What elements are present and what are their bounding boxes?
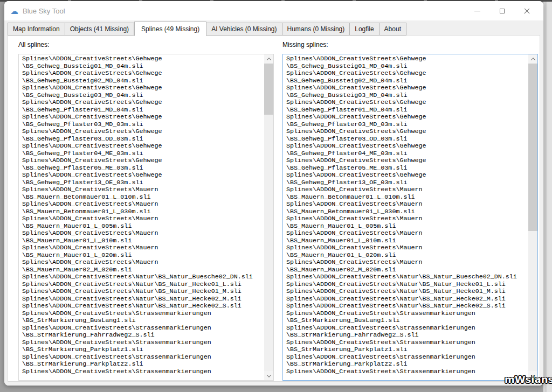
spline-list-item[interactable]: Splines\ADDON_CreativeStreets\Mauern xyxy=(286,259,528,267)
spline-list-item[interactable]: Splines\ADDON_CreativeStreets\Gehwege xyxy=(286,99,528,107)
spline-list-item[interactable]: \BS_Mauern_Betonmauer01_L_030m.sli xyxy=(286,208,528,216)
close-button[interactable] xyxy=(514,1,539,20)
spline-list-item[interactable]: Splines\ADDON_CreativeStreets\Strassenma… xyxy=(286,368,528,376)
spline-list-item[interactable]: Splines\ADDON_CreativeStreets\Gehwege xyxy=(22,114,264,121)
spline-list-item[interactable]: \BS_Gehweg_Bussteig02_MD_04m.sli xyxy=(286,78,528,85)
spline-list-item[interactable]: Splines\ADDON_CreativeStreets\Gehwege xyxy=(22,85,264,92)
spline-list-item[interactable]: Splines\ADDON_CreativeStreets\Mauern xyxy=(286,215,528,223)
spline-list-item[interactable]: Splines\ADDON_CreativeStreets\Gehwege xyxy=(22,157,264,165)
spline-list-item[interactable]: Splines\ADDON_CreativeStreets\Gehwege xyxy=(286,85,528,92)
spline-list-item[interactable]: Splines\ADDON_CreativeStreets\Strassenma… xyxy=(22,368,264,376)
scrollbar-thumb[interactable] xyxy=(264,64,273,115)
spline-list-item[interactable]: Splines\ADDON_CreativeStreets\Natur\BS_N… xyxy=(22,281,264,289)
spline-list-item[interactable]: Splines\ADDON_CreativeStreets\Gehwege xyxy=(286,172,528,179)
spline-list-item[interactable]: Splines\ADDON_CreativeStreets\Gehwege xyxy=(22,70,264,78)
spline-list-item[interactable]: Splines\ADDON_CreativeStreets\Natur\BS_N… xyxy=(286,288,528,296)
spline-list-item[interactable]: \BS_Mauern_Mauer01_L_020m.sli xyxy=(286,252,528,260)
spline-list-item[interactable]: \BS_StrMarkierung_FahrradWeg2_S.sli xyxy=(22,332,264,339)
spline-list-item[interactable]: Splines\ADDON_CreativeStreets\Mauern xyxy=(286,244,528,252)
spline-list-item[interactable]: Splines\ADDON_CreativeStreets\Gehwege xyxy=(22,172,264,179)
spline-list-item[interactable]: Splines\ADDON_CreativeStreets\Gehwege xyxy=(286,157,528,165)
tab-logfile[interactable]: Logfile xyxy=(350,23,379,36)
spline-list-item[interactable]: Splines\ADDON_CreativeStreets\Strassenma… xyxy=(286,354,528,361)
spline-list-item[interactable]: Splines\ADDON_CreativeStreets\Natur\BS_N… xyxy=(286,296,528,303)
spline-list-item[interactable]: \BS_Gehweg_Pflaster03_MD_03m.sli xyxy=(286,121,528,129)
spline-list-item[interactable]: Splines\ADDON_CreativeStreets\Natur\BS_N… xyxy=(286,274,528,281)
spline-list-item[interactable]: \BS_Gehweg_Pflaster03_MD_03m.sli xyxy=(22,121,264,129)
scroll-down-button[interactable] xyxy=(264,371,273,380)
spline-list-item[interactable]: \BS_Gehweg_Pflaster03_OD_03m.sli xyxy=(286,136,528,143)
spline-list-item[interactable]: Splines\ADDON_CreativeStreets\Mauern xyxy=(286,186,528,194)
spline-list-item[interactable]: Splines\ADDON_CreativeStreets\Mauern xyxy=(22,215,264,223)
spline-list-item[interactable]: \BS_Gehweg_Bussteig03_MD_04m.sli xyxy=(286,92,528,100)
spline-list-item[interactable]: Splines\ADDON_CreativeStreets\Gehwege xyxy=(286,55,528,63)
spline-list-item[interactable]: \BS_Gehweg_Pflaster04_ME_03m.sli xyxy=(22,150,264,158)
spline-list-item[interactable]: Splines\ADDON_CreativeStreets\Natur\BS_N… xyxy=(22,288,264,296)
tab-humans-0-missing[interactable]: Humans (0 Missing) xyxy=(282,23,350,36)
spline-list-item[interactable]: \BS_Gehweg_Pflaster01_MD_04m.sli xyxy=(286,107,528,114)
scroll-up-button[interactable] xyxy=(264,54,273,64)
spline-list-item[interactable]: \BS_Gehweg_Pflaster01_MD_04m.sli xyxy=(22,107,264,114)
spline-list-item[interactable]: Splines\ADDON_CreativeStreets\Gehwege xyxy=(286,143,528,150)
spline-list-item[interactable]: \BS_Mauern_Betonmauer01_L_010m.sli xyxy=(286,194,528,201)
missing-splines-listbox[interactable]: Splines\ADDON_CreativeStreets\Gehwege\BS… xyxy=(282,54,538,381)
spline-list-item[interactable]: \BS_Mauern_Mauer02_M_020m.sli xyxy=(22,267,264,274)
spline-list-item[interactable]: \BS_Gehweg_Bussteig02_MD_04m.sli xyxy=(22,78,264,85)
spline-list-item[interactable]: \BS_Mauern_Mauer02_M_020m.sli xyxy=(286,267,528,274)
spline-list-item[interactable]: Splines\ADDON_CreativeStreets\Gehwege xyxy=(286,70,528,78)
all-splines-scrollbar[interactable] xyxy=(264,54,273,380)
spline-list-item[interactable]: Splines\ADDON_CreativeStreets\Gehwege xyxy=(286,128,528,136)
spline-list-item[interactable]: Splines\ADDON_CreativeStreets\Gehwege xyxy=(22,128,264,136)
spline-list-item[interactable]: Splines\ADDON_CreativeStreets\Natur\BS_N… xyxy=(22,296,264,303)
spline-list-item[interactable]: \BS_StrMarkierung_FahrradWeg2_S.sli xyxy=(286,332,528,339)
all-splines-listbox[interactable]: Splines\ADDON_CreativeStreets\Gehwege\BS… xyxy=(18,54,274,381)
spline-list-item[interactable]: \BS_StrMarkierung_Parkplatz2.sli xyxy=(22,361,264,368)
spline-list-item[interactable]: \BS_Mauern_Mauer01_L_020m.sli xyxy=(22,252,264,260)
spline-list-item[interactable]: Splines\ADDON_CreativeStreets\Mauern xyxy=(286,201,528,208)
title-bar[interactable]: ☁ Blue Sky Tool xyxy=(4,1,543,20)
spline-list-item[interactable]: \BS_Mauern_Mauer01_L_010m.sli xyxy=(286,237,528,245)
spline-list-item[interactable]: \BS_StrMarkierung_BusLang1.sli xyxy=(22,317,264,325)
spline-list-item[interactable]: \BS_Mauern_Betonmauer01_L_030m.sli xyxy=(22,208,264,216)
tab-map-information[interactable]: Map Information xyxy=(8,23,65,36)
maximize-button[interactable] xyxy=(489,1,514,20)
spline-list-item[interactable]: \BS_Gehweg_Pflaster13_OE_03m.sli xyxy=(22,179,264,187)
spline-list-item[interactable]: Splines\ADDON_CreativeStreets\Mauern xyxy=(286,230,528,237)
spline-list-item[interactable]: Splines\ADDON_CreativeStreets\Mauern xyxy=(22,244,264,252)
spline-list-item[interactable]: \BS_Gehweg_Pflaster13_OE_03m.sli xyxy=(286,179,528,187)
spline-list-item[interactable]: \BS_Gehweg_Bussteig01_MD_04m.sli xyxy=(286,63,528,71)
spline-list-item[interactable]: Splines\ADDON_CreativeStreets\Strassenma… xyxy=(22,325,264,332)
spline-list-item[interactable]: \BS_Mauern_Mauer01_L_010m.sli xyxy=(22,237,264,245)
spline-list-item[interactable]: \BS_Mauern_Mauer01_L_005m.sli xyxy=(286,223,528,230)
spline-list-item[interactable]: Splines\ADDON_CreativeStreets\Mauern xyxy=(22,259,264,267)
spline-list-item[interactable]: \BS_Gehweg_Bussteig03_MD_04m.sli xyxy=(22,92,264,100)
spline-list-item[interactable]: \BS_Mauern_Betonmauer01_L_010m.sli xyxy=(22,194,264,201)
spline-list-item[interactable]: \BS_Gehweg_Bussteig01_MD_04m.sli xyxy=(22,63,264,71)
spline-list-item[interactable]: Splines\ADDON_CreativeStreets\Natur\BS_N… xyxy=(22,303,264,310)
spline-list-item[interactable]: Splines\ADDON_CreativeStreets\Gehwege xyxy=(22,143,264,150)
spline-list-item[interactable]: Splines\ADDON_CreativeStreets\Mauern xyxy=(22,201,264,208)
spline-list-item[interactable]: \BS_Gehweg_Pflaster03_OD_03m.sli xyxy=(22,136,264,143)
spline-list-item[interactable]: Splines\ADDON_CreativeStreets\Strassenma… xyxy=(22,339,264,347)
spline-list-item[interactable]: Splines\ADDON_CreativeStreets\Strassenma… xyxy=(286,339,528,347)
tab-splines-49-missing[interactable]: Splines (49 Missing) xyxy=(134,22,206,36)
spline-list-item[interactable]: Splines\ADDON_CreativeStreets\Strassenma… xyxy=(22,310,264,318)
spline-list-item[interactable]: Splines\ADDON_CreativeStreets\Gehwege xyxy=(286,114,528,121)
spline-list-item[interactable]: Splines\ADDON_CreativeStreets\Strassenma… xyxy=(286,325,528,332)
spline-list-item[interactable]: Splines\ADDON_CreativeStreets\Natur\BS_N… xyxy=(22,274,264,281)
spline-list-item[interactable]: Splines\ADDON_CreativeStreets\Mauern xyxy=(22,186,264,194)
minimize-button[interactable] xyxy=(465,1,489,20)
spline-list-item[interactable]: \BS_Gehweg_Pflaster04_ME_03m.sli xyxy=(286,150,528,158)
scrollbar-thumb[interactable] xyxy=(528,64,537,231)
spline-list-item[interactable]: Splines\ADDON_CreativeStreets\Natur\BS_N… xyxy=(286,303,528,310)
tab-ai-vehicles-0-missing[interactable]: AI Vehicles (0 Missing) xyxy=(206,23,282,36)
spline-list-item[interactable]: Splines\ADDON_CreativeStreets\Strassenma… xyxy=(286,310,528,318)
tab-objects-41-missing[interactable]: Objects (41 Missing) xyxy=(65,23,134,36)
spline-list-item[interactable]: Splines\ADDON_CreativeStreets\Mauern xyxy=(22,230,264,237)
scroll-up-button[interactable] xyxy=(528,54,537,64)
spline-list-item[interactable]: \BS_StrMarkierung_Parkplatz1.sli xyxy=(286,346,528,354)
spline-list-item[interactable]: Splines\ADDON_CreativeStreets\Strassenma… xyxy=(22,354,264,361)
spline-list-item[interactable]: \BS_Mauern_Mauer01_L_005m.sli xyxy=(22,223,264,230)
spline-list-item[interactable]: Splines\ADDON_CreativeStreets\Gehwege xyxy=(22,99,264,107)
spline-list-item[interactable]: Splines\ADDON_CreativeStreets\Natur\BS_N… xyxy=(286,281,528,289)
